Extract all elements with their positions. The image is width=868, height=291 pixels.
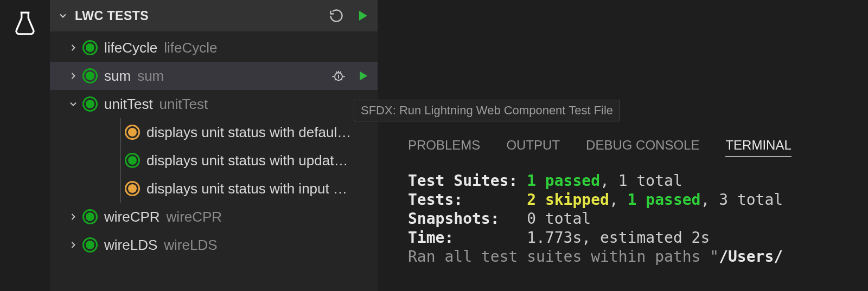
- editor-panel-area: SFDX: Run Lightning Web Component Test F…: [378, 0, 868, 291]
- test-explorer-sidebar: LWC TESTS lifeCyclelifeCyclesumsumunitTe…: [50, 0, 378, 291]
- chevron-right-icon[interactable]: [65, 240, 81, 250]
- test-item[interactable]: sumsum: [50, 62, 378, 90]
- test-item[interactable]: wireLDSwireLDS: [50, 231, 378, 259]
- section-title: LWC TESTS: [75, 9, 149, 23]
- test-item[interactable]: unitTestunitTest: [50, 90, 378, 118]
- test-item[interactable]: displays unit status with updat…: [50, 146, 378, 174]
- test-label: lifeCycle: [104, 40, 157, 56]
- panel-tab-output[interactable]: OUTPUT: [506, 138, 560, 156]
- status-orange-icon: [125, 181, 140, 196]
- test-sublabel: sum: [137, 68, 164, 85]
- test-label: sum: [104, 68, 131, 85]
- test-label: displays unit status with defaul…: [146, 124, 351, 141]
- tooltip: SFDX: Run Lightning Web Component Test F…: [354, 100, 620, 121]
- status-orange-icon: [125, 125, 140, 140]
- chevron-right-icon[interactable]: [65, 211, 81, 222]
- panel-tabs: PROBLEMSOUTPUTDEBUG CONSOLETERMINAL: [378, 133, 868, 160]
- activity-bar: [0, 0, 50, 291]
- panel-tab-debug-console[interactable]: DEBUG CONSOLE: [586, 138, 699, 156]
- refresh-icon[interactable]: [329, 8, 344, 23]
- status-green-icon: [82, 68, 98, 83]
- test-item[interactable]: displays unit status with defaul…: [50, 118, 378, 146]
- chevron-down-icon[interactable]: [65, 99, 81, 109]
- test-item[interactable]: lifeCyclelifeCycle: [50, 34, 378, 62]
- section-header[interactable]: LWC TESTS: [50, 0, 378, 31]
- panel-tab-terminal[interactable]: TERMINAL: [725, 138, 791, 157]
- panel-tab-problems[interactable]: PROBLEMS: [408, 138, 480, 156]
- test-label: wireLDS: [104, 237, 157, 254]
- chevron-down-icon: [55, 10, 71, 21]
- terminal-output[interactable]: Test Suites: 1 passed, 1 total Tests: 2 …: [378, 160, 868, 270]
- test-sublabel: unitTest: [159, 96, 208, 113]
- run-all-icon[interactable]: [356, 9, 369, 22]
- test-label: displays unit status with updat…: [146, 152, 348, 169]
- status-green-icon: [82, 40, 98, 55]
- chevron-right-icon[interactable]: [65, 70, 81, 81]
- test-item[interactable]: displays unit status with input …: [50, 174, 378, 203]
- beaker-icon[interactable]: [11, 10, 39, 37]
- test-label: wireCPR: [104, 209, 160, 225]
- status-green-icon: [125, 153, 140, 168]
- status-green-icon: [82, 209, 98, 224]
- test-label: unitTest: [104, 96, 153, 113]
- test-tree: lifeCyclelifeCyclesumsumunitTestunitTest…: [50, 31, 378, 291]
- status-green-icon: [82, 96, 98, 112]
- test-sublabel: wireCPR: [167, 209, 222, 225]
- test-item[interactable]: wireCPRwireCPR: [50, 203, 378, 231]
- test-sublabel: wireLDS: [164, 237, 217, 254]
- status-green-icon: [82, 237, 98, 253]
- test-label: displays unit status with input …: [146, 180, 347, 197]
- debug-icon[interactable]: [331, 68, 346, 83]
- chevron-right-icon[interactable]: [65, 42, 81, 53]
- run-test-icon[interactable]: [357, 70, 369, 82]
- test-sublabel: lifeCycle: [164, 40, 217, 56]
